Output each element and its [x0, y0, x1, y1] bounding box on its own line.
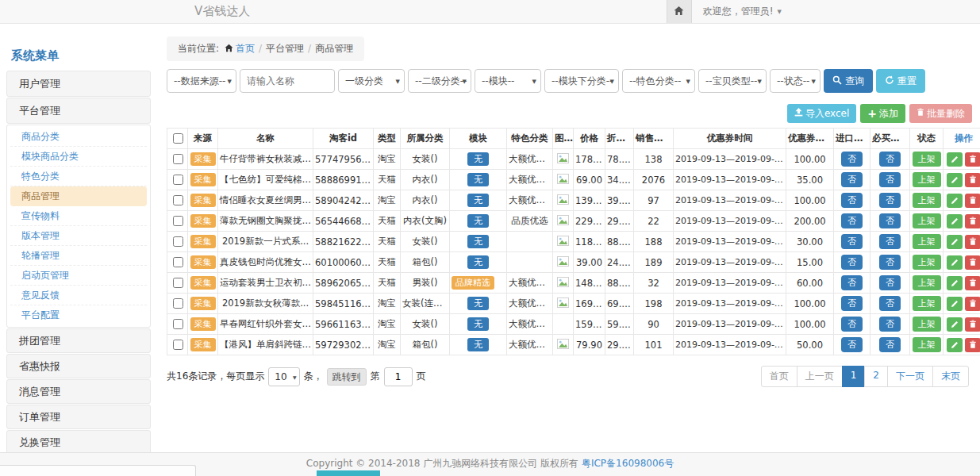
pagination-page-2[interactable]: 2 [864, 366, 888, 387]
edit-button[interactable] [947, 194, 963, 208]
sidebar-submenu-item[interactable]: 商品管理 [10, 186, 147, 206]
delete-button[interactable] [965, 317, 980, 332]
pagination-last[interactable]: 末页 [932, 366, 969, 387]
status-button[interactable]: 上架 [913, 255, 941, 270]
row-checkbox[interactable] [173, 340, 183, 350]
icp-link[interactable]: 粤ICP备16098006号 [582, 458, 674, 469]
must-buy-toggle[interactable]: 否 [879, 152, 901, 167]
import-optimal-toggle[interactable]: 否 [841, 193, 863, 208]
search-button[interactable]: 查询 [824, 69, 873, 93]
edit-button[interactable] [947, 297, 963, 311]
sidebar-submenu-item[interactable]: 宣传物料 [10, 206, 147, 226]
row-checkbox[interactable] [173, 175, 183, 185]
must-buy-toggle[interactable]: 否 [879, 296, 901, 311]
edit-button[interactable] [947, 276, 963, 290]
filter-source-select[interactable]: --数据来源--▼ [167, 69, 236, 93]
filter-level2-select[interactable]: --二级分类--▼ [408, 69, 471, 93]
batch-delete-button[interactable]: 批量删除 [909, 104, 972, 123]
sidebar-item[interactable]: 消息管理 [6, 379, 151, 404]
pagination-page-1[interactable]: 1 [842, 366, 866, 387]
status-button[interactable]: 上架 [913, 193, 941, 208]
select-all-checkbox[interactable] [173, 133, 183, 144]
status-button[interactable]: 上架 [913, 213, 941, 228]
filter-feature-select[interactable]: --特色分类--▼ [622, 69, 695, 93]
sidebar-submenu-item[interactable]: 特色分类 [10, 167, 147, 186]
status-button[interactable]: 上架 [913, 172, 941, 187]
row-checkbox[interactable] [173, 298, 183, 309]
filter-module-sub-select[interactable]: --模块下分类--▼ [544, 69, 619, 93]
name-search-input[interactable] [240, 69, 335, 93]
delete-button[interactable] [965, 214, 980, 228]
edit-button[interactable] [947, 173, 963, 187]
sidebar-item[interactable]: 用户管理 [6, 71, 151, 97]
must-buy-toggle[interactable]: 否 [879, 317, 901, 332]
status-button[interactable]: 上架 [913, 275, 941, 290]
must-buy-toggle[interactable]: 否 [879, 172, 901, 187]
delete-button[interactable] [965, 194, 980, 208]
row-checkbox[interactable] [173, 216, 183, 226]
sidebar-submenu-item[interactable]: 版本管理 [10, 226, 147, 246]
sidebar-item[interactable]: 兑换管理 [6, 430, 151, 455]
sidebar-item[interactable]: 订单管理 [6, 405, 151, 429]
delete-button[interactable] [965, 152, 980, 167]
sidebar-submenu-item[interactable]: 启动页管理 [10, 266, 147, 286]
jump-page-input[interactable] [384, 367, 413, 386]
row-checkbox[interactable] [173, 278, 183, 288]
status-button[interactable]: 上架 [913, 317, 941, 332]
home-button[interactable] [667, 0, 692, 23]
status-button[interactable]: 上架 [913, 296, 941, 311]
import-optimal-toggle[interactable]: 否 [841, 337, 863, 352]
delete-button[interactable] [965, 235, 980, 249]
row-checkbox[interactable] [173, 195, 183, 205]
reset-button[interactable]: 重置 [876, 69, 925, 93]
pagination-prev[interactable]: 上一页 [797, 366, 843, 387]
sidebar-submenu-item[interactable]: 商品分类 [10, 127, 147, 147]
row-checkbox[interactable] [173, 236, 183, 247]
must-buy-toggle[interactable]: 否 [879, 275, 901, 290]
import-optimal-toggle[interactable]: 否 [841, 213, 863, 228]
status-button[interactable]: 上架 [913, 234, 941, 249]
delete-button[interactable] [965, 276, 980, 290]
sidebar-submenu-item[interactable]: 平台配置 [10, 305, 147, 325]
pagination-first[interactable]: 首页 [761, 366, 797, 387]
edit-button[interactable] [947, 214, 963, 228]
filter-module-select[interactable]: --模块--▼ [475, 69, 541, 93]
filter-itemtype-select[interactable]: --宝贝类型--▼ [698, 69, 767, 93]
import-optimal-toggle[interactable]: 否 [841, 275, 863, 290]
must-buy-toggle[interactable]: 否 [879, 255, 901, 270]
row-checkbox[interactable] [173, 257, 183, 267]
import-optimal-toggle[interactable]: 否 [841, 296, 863, 311]
must-buy-toggle[interactable]: 否 [879, 193, 901, 208]
edit-button[interactable] [947, 152, 963, 167]
breadcrumb-home-link[interactable]: 首页 [236, 43, 255, 54]
row-checkbox[interactable] [173, 319, 183, 329]
user-menu[interactable]: 欢迎您，管理员! ▼ [703, 5, 782, 18]
sidebar-submenu-item[interactable]: 模块商品分类 [10, 147, 147, 167]
edit-button[interactable] [947, 255, 963, 270]
sidebar-item[interactable]: 拼团管理 [6, 328, 151, 353]
sidebar-submenu-item[interactable]: 轮播管理 [10, 246, 147, 266]
filter-level1-select[interactable]: 一级分类▼ [338, 69, 405, 93]
import-excel-button[interactable]: 导入excel [787, 104, 856, 123]
import-optimal-toggle[interactable]: 否 [841, 255, 863, 270]
page-size-select[interactable]: 10▼ [268, 367, 299, 386]
delete-button[interactable] [965, 255, 980, 270]
import-optimal-toggle[interactable]: 否 [841, 172, 863, 187]
edit-button[interactable] [947, 235, 963, 249]
pagination-next[interactable]: 下一页 [887, 366, 933, 387]
filter-status-select[interactable]: --状态--▼ [770, 69, 821, 93]
sidebar-submenu-item[interactable]: 意见反馈 [10, 286, 147, 305]
jump-button[interactable]: 跳转到 [327, 368, 367, 386]
sidebar-item[interactable]: 省惠快报 [6, 354, 151, 378]
edit-button[interactable] [947, 317, 963, 332]
edit-button[interactable] [947, 338, 963, 352]
must-buy-toggle[interactable]: 否 [879, 234, 901, 249]
row-checkbox[interactable] [173, 154, 183, 164]
add-button[interactable]: +添加 [860, 104, 905, 123]
delete-button[interactable] [965, 297, 980, 311]
status-button[interactable]: 上架 [913, 337, 941, 352]
delete-button[interactable] [965, 173, 980, 187]
import-optimal-toggle[interactable]: 否 [841, 234, 863, 249]
must-buy-toggle[interactable]: 否 [879, 337, 901, 352]
status-button[interactable]: 上架 [913, 152, 941, 167]
